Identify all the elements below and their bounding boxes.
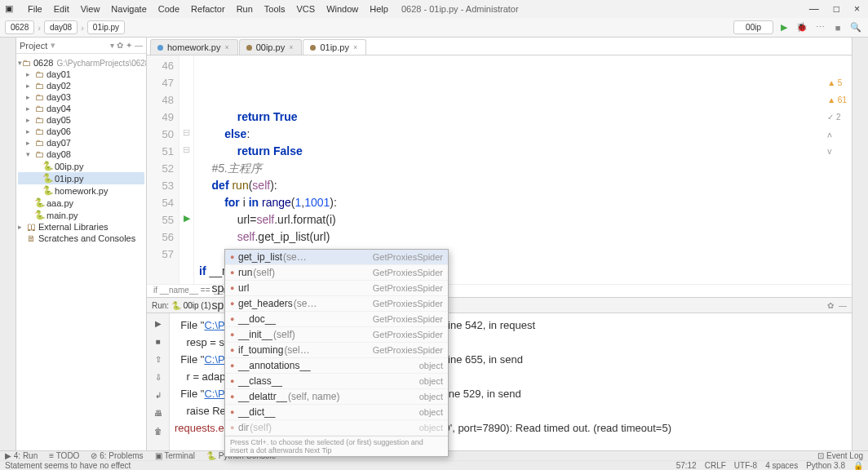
menu-refactor[interactable]: Refactor <box>186 2 230 16</box>
more-run-button[interactable]: ⋯ <box>813 20 827 35</box>
event-log-button[interactable]: ⊡ Event Log <box>817 451 863 460</box>
menu-view[interactable]: View <box>76 2 105 16</box>
menu-window[interactable]: Window <box>321 2 363 16</box>
tree-node[interactable]: ▸🗀day01 <box>18 69 144 80</box>
completion-hint: Press Ctrl+. to choose the selected (or … <box>225 436 448 456</box>
window-maximize-icon[interactable]: □ <box>834 3 839 15</box>
tree-node[interactable]: 🐍main.py <box>18 209 144 221</box>
completion-item[interactable]: ●run(self)GetProxiesSpider <box>225 265 448 281</box>
right-tool-strip[interactable] <box>852 38 868 450</box>
tree-node[interactable]: 🐍01ip.py <box>18 172 144 184</box>
readonly-lock-icon[interactable]: 🔒 <box>853 461 863 470</box>
completion-item[interactable]: ●__dict__object <box>225 405 448 420</box>
editor-tab[interactable]: 00ip.py× <box>239 39 303 55</box>
completion-item[interactable]: ●get_ip_list(se…GetProxiesSpider <box>225 250 448 265</box>
menu-navigate[interactable]: Navigate <box>106 2 151 16</box>
bottom-tool-button[interactable]: ≡ TODO <box>49 451 79 460</box>
python-interpreter[interactable]: Python 3.8 <box>806 461 845 470</box>
tree-node[interactable]: ▾🗀day08 <box>18 149 144 160</box>
status-bar: Statement seems to have no effect 57:12 … <box>0 460 868 470</box>
down-stack-icon[interactable]: ⇩ <box>152 370 165 384</box>
menu-help[interactable]: Help <box>365 2 393 16</box>
line-number-gutter: 464748495051525354555657 <box>147 55 179 284</box>
code-completion-popup[interactable]: ●get_ip_list(se…GetProxiesSpider●run(sel… <box>224 249 449 457</box>
gutter-icons[interactable]: ⊟⊟▶ <box>179 55 194 284</box>
window-minimize-icon[interactable]: — <box>809 3 819 15</box>
app-icon: ▣ <box>5 3 16 15</box>
tree-node[interactable]: 🐍homework.py <box>18 184 144 197</box>
bottom-tool-button[interactable]: ▶ 4: Run <box>5 451 38 460</box>
completion-item[interactable]: ●__doc__GetProxiesSpider <box>225 312 448 327</box>
menu-vcs[interactable]: VCS <box>292 2 321 16</box>
project-header: Project <box>20 41 47 51</box>
project-header-btn[interactable]: ✦ <box>126 41 132 50</box>
breadcrumb-project[interactable]: 0628 <box>5 20 34 34</box>
tree-node[interactable]: 🐍aaa.py <box>18 197 144 209</box>
up-stack-icon[interactable]: ⇧ <box>152 352 165 366</box>
editor-tab[interactable]: homework.py× <box>150 39 238 55</box>
titlebar: ▣ FileEditViewNavigateCodeRefactorRunToo… <box>0 0 868 18</box>
rerun-icon[interactable]: ▶ <box>152 317 165 330</box>
editor-tabs: homework.py×00ip.py×01ip.py× <box>147 38 852 55</box>
project-header-btn[interactable]: ✿ <box>117 41 123 50</box>
window-close-icon[interactable]: × <box>854 3 860 15</box>
debug-button[interactable]: 🐞 <box>795 20 809 35</box>
menu-tools[interactable]: Tools <box>259 2 290 16</box>
run-side-toolbar[interactable]: ▶ ■ ⇧ ⇩ ↲ 🖶 🗑 <box>147 313 170 450</box>
breadcrumb-file[interactable]: 01ip.py <box>87 20 125 34</box>
soft-wrap-icon[interactable]: ↲ <box>152 388 165 401</box>
tree-node[interactable]: ▸🗀day05 <box>18 114 144 126</box>
completion-item[interactable]: ●__init__(self)GetProxiesSpider <box>225 327 448 343</box>
editor-tab[interactable]: 01ip.py× <box>303 39 366 55</box>
close-tab-icon[interactable]: × <box>224 43 228 51</box>
completion-item[interactable]: ●__class__object <box>225 374 448 389</box>
stop-button[interactable]: ■ <box>830 20 845 35</box>
run-button[interactable]: ▶ <box>777 20 791 35</box>
indent-setting[interactable]: 4 spaces <box>765 461 798 470</box>
line-separator[interactable]: CRLF <box>705 461 726 470</box>
close-tab-icon[interactable]: × <box>289 43 293 51</box>
tree-node[interactable]: ▸🗀day06 <box>18 126 144 137</box>
completion-item[interactable]: ●urlGetProxiesSpider <box>225 281 448 296</box>
bottom-tool-button[interactable]: ⊘ 6: Problems <box>91 451 143 460</box>
status-message: Statement seems to have no effect <box>5 461 131 470</box>
completion-item[interactable]: ●dir(self)object <box>225 420 448 436</box>
caret-position[interactable]: 57:12 <box>676 461 697 470</box>
print-icon[interactable]: 🖶 <box>152 406 165 419</box>
project-header-btn[interactable]: ▾ <box>110 41 114 50</box>
stop-process-icon[interactable]: ■ <box>152 335 165 348</box>
close-tab-icon[interactable]: × <box>353 43 357 51</box>
menu-run[interactable]: Run <box>232 2 258 16</box>
window-title: 0628 - 01ip.py - Administrator <box>401 4 519 14</box>
tree-node[interactable]: ▸🗀day04 <box>18 103 144 114</box>
bottom-tool-button[interactable]: ▣ Terminal <box>155 451 195 460</box>
run-config-selector[interactable]: 00ip <box>733 20 773 34</box>
inspection-widget[interactable]: ▲ 5 ▲ 61 ✓ 2 ʌ v <box>804 57 847 177</box>
breadcrumb-folder[interactable]: day08 <box>44 20 78 34</box>
tree-node[interactable]: 🐍00ip.py <box>18 160 144 172</box>
file-encoding[interactable]: UTF-8 <box>734 461 757 470</box>
tree-node[interactable]: ▾🗀0628G:\PycharmProjects\0628 <box>18 57 144 69</box>
menubar: FileEditViewNavigateCodeRefactorRunTools… <box>23 2 393 16</box>
left-tool-strip[interactable] <box>0 38 16 450</box>
completion-item[interactable]: ●get_headers(se…GetProxiesSpider <box>225 296 448 312</box>
tree-node[interactable]: ▸🕮External Libraries <box>18 221 144 233</box>
completion-item[interactable]: ●if_touming(sel…GetProxiesSpider <box>225 343 448 358</box>
tree-node[interactable]: 🗎Scratches and Consoles <box>18 233 144 244</box>
clear-icon[interactable]: 🗑 <box>152 424 165 437</box>
nav-toolbar: 0628 › day08 › 01ip.py 00ip ▶ 🐞 ⋯ ■ 🔍 <box>0 18 868 38</box>
tree-node[interactable]: ▸🗀day02 <box>18 80 144 91</box>
project-tool-window: Project ▾ ▾✿✦— ▾🗀0628G:\PycharmProjects\… <box>16 38 147 450</box>
tree-node[interactable]: ▸🗀day07 <box>18 137 144 149</box>
completion-item[interactable]: ●__annotations__object <box>225 358 448 374</box>
tree-node[interactable]: ▸🗀day03 <box>18 91 144 103</box>
completion-item[interactable]: ●__delattr__(self, name)object <box>225 389 448 405</box>
search-everywhere-icon[interactable]: 🔍 <box>848 20 863 35</box>
project-header-btn[interactable]: — <box>135 41 143 50</box>
menu-file[interactable]: File <box>23 2 47 16</box>
project-tree[interactable]: ▾🗀0628G:\PycharmProjects\0628▸🗀day01▸🗀da… <box>16 54 146 247</box>
menu-edit[interactable]: Edit <box>49 2 74 16</box>
menu-code[interactable]: Code <box>153 2 184 16</box>
